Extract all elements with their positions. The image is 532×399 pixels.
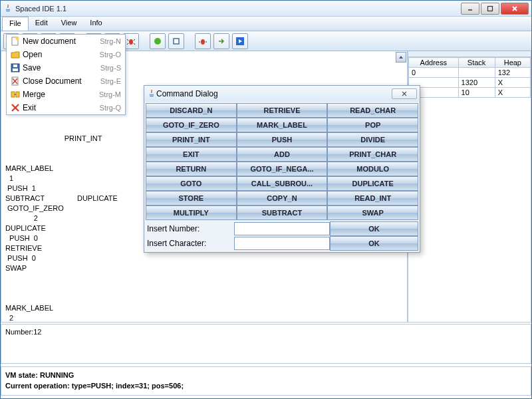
menu-item-open[interactable]: OpenStrg-O: [7, 48, 125, 61]
current-op-label: Current operation:: [5, 382, 72, 390]
menu-file[interactable]: File: [2, 17, 29, 31]
vm-state-value: RUNNING: [40, 371, 74, 379]
dialog-title: Command Dialog: [156, 89, 392, 98]
mem-cell: 1320: [458, 78, 495, 88]
tool-play-icon[interactable]: [232, 33, 248, 49]
tool-step-icon[interactable]: [213, 33, 229, 49]
new-icon: [11, 37, 20, 46]
svg-line-16: [134, 43, 135, 45]
menu-item-shortcut: Strg-N: [100, 37, 121, 45]
cmd-swap[interactable]: SWAP: [327, 205, 418, 220]
insert-number-label: Insert Number:: [146, 221, 234, 236]
cmd-retrieve[interactable]: RETRIEVE: [237, 103, 328, 118]
tool-run-icon[interactable]: [150, 33, 166, 49]
dialog-titlebar: Command Dialog: [144, 86, 420, 102]
output-text: Number:12: [5, 328, 41, 336]
cmd-mark-label[interactable]: MARK_LABEL: [237, 118, 328, 132]
menubar[interactable]: FileEditViewInfo: [1, 17, 531, 31]
dialog-close-button[interactable]: [392, 88, 417, 99]
mem-cell: [458, 68, 495, 78]
ok-number-button[interactable]: OK: [330, 221, 418, 236]
scroll-up-icon[interactable]: [396, 52, 406, 63]
menu-item-merge[interactable]: MergeStrg-M: [7, 88, 125, 101]
titlebar: Spaced IDE 1.1: [1, 1, 531, 17]
ok-char-button[interactable]: OK: [330, 236, 418, 251]
mem-cell: X: [495, 78, 530, 88]
cmd-duplicate[interactable]: DUPLICATE: [327, 176, 418, 191]
table-row: 1320X: [409, 78, 531, 88]
current-op-value: type=PUSH; index=31; pos=506;: [72, 382, 184, 390]
insert-number-input[interactable]: [234, 222, 330, 235]
menu-item-shortcut: Strg-E: [100, 77, 121, 85]
cmd-push[interactable]: PUSH: [237, 132, 328, 147]
cmd-goto[interactable]: GOTO: [146, 176, 237, 191]
menu-item-label: Merge: [23, 90, 96, 99]
minimize-button[interactable]: [461, 3, 479, 15]
menu-item-label: New document: [23, 37, 97, 46]
menu-info[interactable]: Info: [83, 17, 108, 31]
cmd-exit[interactable]: EXIT: [146, 147, 237, 162]
java-icon: [147, 89, 156, 98]
cmd-call-subrou-[interactable]: CALL_SUBROU...: [237, 176, 328, 191]
status-bar: VM state: RUNNING Current operation: typ…: [1, 366, 531, 396]
svg-rect-1: [488, 6, 493, 11]
svg-line-15: [127, 43, 128, 45]
svg-rect-18: [174, 39, 179, 44]
cmd-store[interactable]: STORE: [146, 191, 237, 205]
cmd-return[interactable]: RETURN: [146, 162, 237, 176]
svg-rect-26: [13, 68, 18, 71]
svg-point-19: [201, 39, 205, 45]
maximize-button[interactable]: [481, 3, 499, 15]
cmd-divide[interactable]: DIVIDE: [327, 132, 418, 147]
cmd-goto-if-zero[interactable]: GOTO_IF_ZERO: [146, 118, 237, 132]
java-icon: [3, 4, 13, 13]
cmd-multiply[interactable]: MULTIPLY: [146, 205, 237, 220]
svg-rect-32: [16, 92, 19, 97]
menu-item-label: Save: [23, 63, 98, 72]
cmd-print-int[interactable]: PRINT_INT: [146, 132, 237, 147]
menu-item-shortcut: Strg-S: [100, 64, 121, 72]
menu-item-save[interactable]: SaveStrg-S: [7, 61, 125, 74]
mem-header: Stack: [458, 58, 495, 68]
file-menu-dropdown[interactable]: New documentStrg-NOpenStrg-OSaveStrg-SCl…: [6, 34, 126, 115]
table-row: 10X: [409, 88, 531, 98]
mem-cell: 0: [409, 68, 459, 78]
svg-rect-31: [11, 92, 15, 97]
menu-edit[interactable]: Edit: [29, 17, 55, 31]
cmd-read-char[interactable]: READ_CHAR: [327, 103, 418, 118]
close-button[interactable]: [501, 3, 529, 15]
svg-point-17: [154, 38, 161, 45]
menu-item-label: Close Document: [23, 76, 98, 86]
svg-point-24: [16, 37, 19, 41]
mem-header: Heap: [495, 58, 530, 68]
cmd-goto-if-nega-[interactable]: GOTO_IF_NEGA...: [237, 162, 328, 176]
menu-item-new-document[interactable]: New documentStrg-N: [7, 35, 125, 48]
output-panel[interactable]: Number:12: [1, 324, 531, 364]
cmd-modulo[interactable]: MODULO: [327, 162, 418, 176]
command-grid: DISCARD_NRETRIEVEREAD_CHARGOTO_IF_ZEROMA…: [144, 102, 420, 221]
cmd-add[interactable]: ADD: [237, 147, 328, 162]
save-icon: [11, 63, 20, 72]
mem-cell: 10: [458, 88, 495, 98]
menu-view[interactable]: View: [55, 17, 84, 31]
table-row: 0132: [409, 68, 531, 78]
menu-item-exit[interactable]: ExitStrg-Q: [7, 101, 125, 114]
cmd-pop[interactable]: POP: [327, 118, 418, 132]
tool-stop-icon[interactable]: [168, 33, 184, 49]
merge-icon: [11, 90, 20, 99]
cmd-discard-n[interactable]: DISCARD_N: [146, 103, 237, 118]
tool-debug-icon[interactable]: [195, 33, 211, 49]
menu-item-label: Exit: [23, 103, 97, 112]
svg-point-12: [129, 39, 133, 45]
menu-item-close-document[interactable]: Close DocumentStrg-E: [7, 74, 125, 88]
cmd-read-int[interactable]: READ_INT: [327, 191, 418, 205]
cmd-subtract[interactable]: SUBTRACT: [237, 205, 328, 220]
cmd-print-char[interactable]: PRINT_CHAR: [327, 147, 418, 162]
open-icon: [11, 50, 20, 59]
menu-item-shortcut: Strg-O: [100, 51, 121, 59]
menu-item-shortcut: Strg-Q: [100, 104, 121, 112]
cmd-copy-n[interactable]: COPY_N: [237, 191, 328, 205]
insert-char-input[interactable]: [234, 237, 330, 250]
insert-char-label: Insert Character:: [146, 236, 234, 251]
svg-line-13: [127, 39, 128, 41]
